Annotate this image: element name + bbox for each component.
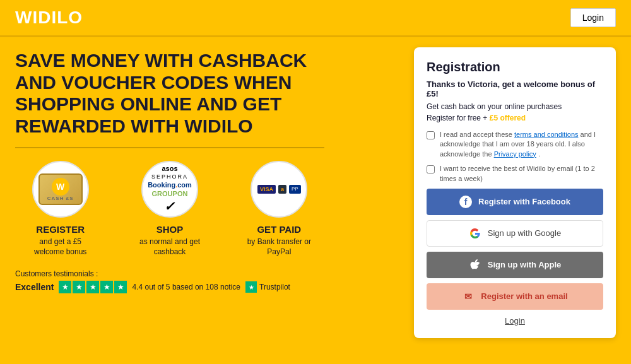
- register-email-button[interactable]: ✉ Register with an email: [427, 283, 603, 310]
- star-4: ★: [100, 281, 113, 293]
- register-facebook-button[interactable]: f Register with Facebook: [427, 189, 603, 215]
- star-5: ★: [114, 281, 127, 293]
- shop-logos: asos SEPHORA Booking.com GROUPON ✓: [148, 165, 192, 214]
- getpaid-icon: VISA a PP: [251, 161, 307, 218]
- star-3: ★: [86, 281, 99, 293]
- logo: WIDILO: [15, 8, 83, 28]
- email-label: I want to receive the best of Widilo by …: [440, 164, 603, 184]
- feature-shop-title: SHOP: [124, 224, 215, 235]
- trustpilot-star-icon: ★: [245, 281, 257, 293]
- apple-icon: [469, 259, 481, 271]
- feature-register: W CASH £S REGISTER and get a £5 welcome …: [15, 161, 105, 257]
- register-icon: W CASH £S: [32, 161, 89, 218]
- email-icon: ✉: [462, 290, 475, 303]
- testimonial-label: Customers testimonials :: [15, 269, 98, 278]
- bonus-text: Thanks to Victoria, get a welcome bonus …: [427, 79, 603, 98]
- email-checkbox-row: I want to receive the best of Widilo by …: [427, 164, 603, 184]
- star-rating: ★ ★ ★ ★ ★: [59, 281, 127, 293]
- asos-logo: asos: [162, 165, 177, 172]
- terms-checkbox-row: I read and accept these terms and condit…: [427, 130, 603, 159]
- star-2: ★: [73, 281, 85, 293]
- features-row: W CASH £S REGISTER and get a £5 welcome …: [15, 161, 324, 257]
- feature-shop-desc: as normal and get cashback: [124, 237, 215, 257]
- terms-link[interactable]: terms and conditions: [514, 131, 579, 138]
- feature-getpaid: VISA a PP GET PAID by Bank transfer or P…: [234, 161, 324, 257]
- widilo-w-icon: W: [52, 178, 69, 196]
- trustpilot-logo: ★ Trustpilot: [245, 281, 290, 293]
- left-panel: SAVE MONEY WITH CASHBACK AND VOUCHER COD…: [15, 50, 401, 338]
- visa-icon: VISA: [257, 185, 276, 194]
- booking-logo: Booking.com: [148, 181, 192, 189]
- registration-panel: Registration Thanks to Victoria, get a w…: [414, 47, 616, 338]
- hero-headline: SAVE MONEY WITH CASHBACK AND VOUCHER COD…: [15, 50, 324, 137]
- facebook-icon: f: [459, 196, 472, 208]
- privacy-link[interactable]: Privacy policy: [494, 150, 536, 158]
- terms-label: I read and accept these terms and condit…: [440, 130, 603, 159]
- amazon-icon: a: [278, 185, 286, 194]
- header-login-button[interactable]: Login: [570, 8, 616, 27]
- registration-login-link[interactable]: Login: [505, 316, 525, 326]
- terms-checkbox[interactable]: [427, 131, 435, 139]
- feature-register-title: REGISTER: [15, 224, 105, 235]
- excellent-text: Excellent: [15, 282, 54, 292]
- sephora-logo: SEPHORA: [151, 173, 188, 180]
- feature-shop: asos SEPHORA Booking.com GROUPON ✓ SHOP …: [124, 161, 215, 257]
- cash-card-icon: W CASH £S: [38, 173, 83, 205]
- testimonial-section: Customers testimonials :: [15, 269, 401, 278]
- register-apple-button[interactable]: Sign up with Apple: [427, 252, 603, 278]
- register-google-button[interactable]: Sign up with Google: [427, 220, 603, 247]
- header: WIDILO Login: [0, 0, 631, 37]
- shop-icon: asos SEPHORA Booking.com GROUPON ✓: [141, 161, 198, 218]
- feature-getpaid-title: GET PAID: [234, 224, 324, 235]
- rating-value: 4.4 out of 5 based on 108 notice: [132, 283, 240, 291]
- registration-title: Registration: [427, 60, 603, 74]
- login-link-row: Login: [427, 316, 603, 326]
- cashback-text: Get cash back on your online purchases: [427, 102, 603, 111]
- free-text: Register for free + £5 offered: [427, 114, 603, 122]
- groupon-logo: GROUPON: [152, 190, 188, 197]
- trustpilot-row: Excellent ★ ★ ★ ★ ★ 4.4 out of 5 based o…: [15, 281, 401, 293]
- email-checkbox[interactable]: [427, 165, 435, 173]
- paypal-icon: PP: [289, 185, 301, 194]
- feature-getpaid-desc: by Bank transfer or PayPal: [234, 237, 324, 257]
- star-1: ★: [59, 281, 71, 293]
- main-content: SAVE MONEY WITH CASHBACK AND VOUCHER COD…: [0, 37, 631, 344]
- google-icon: [469, 227, 481, 240]
- feature-register-desc: and get a £5 welcome bonus: [15, 237, 105, 257]
- hero-divider: [15, 147, 324, 148]
- payment-card-icons: VISA a PP: [257, 185, 301, 194]
- nike-logo: ✓: [164, 199, 175, 214]
